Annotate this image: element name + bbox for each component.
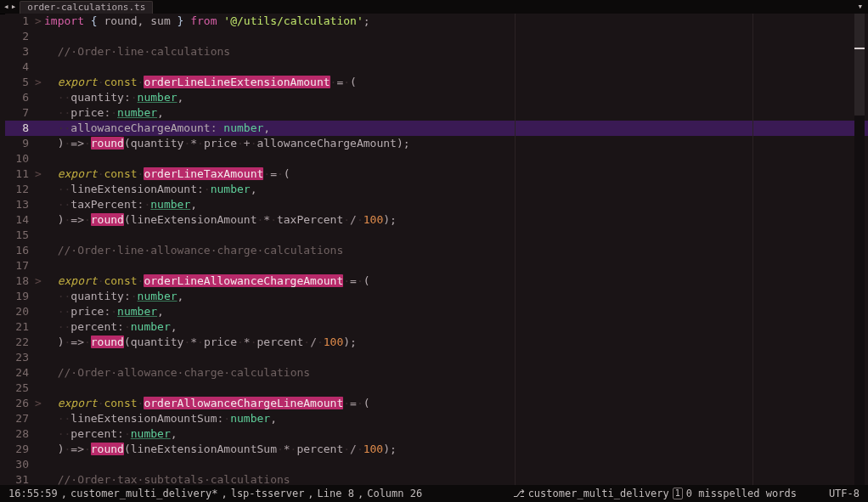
- nav-forward-icon[interactable]: ▸: [11, 1, 17, 13]
- line-number[interactable]: 10: [5, 151, 32, 166]
- line-number[interactable]: 16: [5, 243, 32, 258]
- line-number[interactable]: 19: [5, 289, 32, 304]
- line-number[interactable]: 13: [5, 197, 32, 212]
- status-lsp[interactable]: lsp-tsserver: [231, 486, 305, 501]
- line-number[interactable]: 15: [5, 228, 32, 243]
- line-content[interactable]: )·=>·round(lineExtensionAmountSum·*·perc…: [44, 442, 868, 457]
- line-content[interactable]: export·const·orderLineLineExtensionAmoun…: [44, 75, 868, 90]
- line-number[interactable]: 12: [5, 182, 32, 197]
- file-tab[interactable]: order-calculations.ts: [20, 1, 153, 14]
- line-content[interactable]: )·=>·round(lineExtensionAmount·*·taxPerc…: [44, 212, 868, 228]
- line-number[interactable]: 21: [5, 319, 32, 335]
- code-line[interactable]: 2: [5, 29, 868, 44]
- code-line[interactable]: 4: [5, 59, 868, 75]
- scrollbar-thumb[interactable]: [854, 14, 865, 116]
- code-line[interactable]: 31 //·Order·tax·subtotals·calculations: [5, 472, 868, 485]
- code-line[interactable]: 23: [5, 350, 868, 365]
- line-number[interactable]: 25: [5, 381, 32, 396]
- line-number[interactable]: 5: [5, 75, 32, 90]
- line-number[interactable]: 3: [5, 44, 32, 59]
- code-line[interactable]: 15: [5, 228, 868, 243]
- line-content[interactable]: ··price:·number,: [44, 105, 868, 121]
- code-line[interactable]: 14 )·=>·round(lineExtensionAmount·*·taxP…: [5, 212, 868, 228]
- code-area[interactable]: 1>import { round, sum } from '@/utils/ca…: [5, 14, 868, 485]
- spell-label[interactable]: 0 misspelled words: [686, 486, 797, 501]
- line-content[interactable]: )·=>·round(quantity·*·price·*·percent·/·…: [44, 335, 868, 350]
- line-number[interactable]: 6: [5, 90, 32, 105]
- code-line[interactable]: 8 ··allowanceChargeAmount:·number,: [5, 121, 868, 136]
- code-line[interactable]: 7 ··price:·number,: [5, 105, 868, 121]
- line-content[interactable]: ··allowanceChargeAmount:·number,: [44, 121, 868, 136]
- code-line[interactable]: 30: [5, 457, 868, 472]
- code-line[interactable]: 17: [5, 258, 868, 274]
- line-content[interactable]: ··quantity:·number,: [44, 90, 868, 105]
- scrollbar[interactable]: [854, 14, 865, 485]
- line-number[interactable]: 8: [5, 121, 32, 136]
- code-line[interactable]: 21 ··percent:·number,: [5, 319, 868, 335]
- line-number[interactable]: 22: [5, 335, 32, 350]
- line-content[interactable]: ··lineExtensionAmountSum:·number,: [44, 411, 868, 426]
- status-branch[interactable]: customer_multi_delivery: [528, 486, 669, 501]
- code-line[interactable]: 24 //·Order·allowance·charge·calculation…: [5, 365, 868, 381]
- line-content[interactable]: )·=>·round(quantity·*·price·+·allowanceC…: [44, 136, 868, 151]
- line-number[interactable]: 30: [5, 457, 32, 472]
- line-content[interactable]: //·Order·tax·subtotals·calculations: [44, 472, 868, 485]
- line-number[interactable]: 2: [5, 29, 32, 44]
- code-line[interactable]: 9 )·=>·round(quantity·*·price·+·allowanc…: [5, 136, 868, 151]
- line-number[interactable]: 17: [5, 258, 32, 274]
- status-encoding[interactable]: UTF-8: [829, 486, 860, 501]
- line-number[interactable]: 31: [5, 472, 32, 485]
- line-number[interactable]: 4: [5, 59, 32, 75]
- spell-count-badge[interactable]: 1: [673, 488, 683, 499]
- line-content[interactable]: ··percent:·number,: [44, 319, 868, 335]
- fold-marker[interactable]: >: [32, 274, 44, 289]
- fold-marker[interactable]: >: [32, 75, 44, 90]
- code-line[interactable]: 12 ··lineExtensionAmount:·number,: [5, 182, 868, 197]
- code-line[interactable]: 10: [5, 151, 868, 166]
- code-line[interactable]: 27 ··lineExtensionAmountSum:·number,: [5, 411, 868, 426]
- line-content[interactable]: ··quantity:·number,: [44, 289, 868, 304]
- line-number[interactable]: 11: [5, 166, 32, 182]
- line-content[interactable]: [44, 29, 868, 44]
- line-content[interactable]: [44, 381, 868, 396]
- code-line[interactable]: 13 ··taxPercent:·number,: [5, 197, 868, 212]
- line-content[interactable]: //·Order·line·allowance·charge·calculati…: [44, 243, 868, 258]
- status-branch-dirty[interactable]: customer_multi_delivery*: [70, 486, 217, 501]
- fold-marker[interactable]: >: [32, 166, 44, 182]
- line-number[interactable]: 27: [5, 411, 32, 426]
- code-line[interactable]: 1>import { round, sum } from '@/utils/ca…: [5, 14, 868, 29]
- line-content[interactable]: ··lineExtensionAmount:·number,: [44, 182, 868, 197]
- code-line[interactable]: 16 //·Order·line·allowance·charge·calcul…: [5, 243, 868, 258]
- line-content[interactable]: [44, 228, 868, 243]
- line-content[interactable]: ··price:·number,: [44, 304, 868, 319]
- line-content[interactable]: //·Order·allowance·charge·calculations: [44, 365, 868, 381]
- code-line[interactable]: 22 )·=>·round(quantity·*·price·*·percent…: [5, 335, 868, 350]
- code-line[interactable]: 5> export·const·orderLineLineExtensionAm…: [5, 75, 868, 90]
- code-line[interactable]: 11> export·const·orderLineTaxAmount·=·(: [5, 166, 868, 182]
- nav-back-icon[interactable]: ◂: [3, 1, 9, 13]
- line-content[interactable]: export·const·orderLineTaxAmount·=·(: [44, 166, 868, 182]
- line-number[interactable]: 29: [5, 442, 32, 457]
- code-line[interactable]: 25: [5, 381, 868, 396]
- menu-dropdown-icon[interactable]: ▾: [852, 1, 868, 13]
- code-line[interactable]: 6 ··quantity:·number,: [5, 90, 868, 105]
- line-content[interactable]: ··percent:·number,: [44, 426, 868, 442]
- line-content[interactable]: export·const·orderLineAllowanceChargeAmo…: [44, 274, 868, 289]
- line-content[interactable]: [44, 59, 868, 75]
- line-content[interactable]: [44, 457, 868, 472]
- line-content[interactable]: ··taxPercent:·number,: [44, 197, 868, 212]
- code-line[interactable]: 20 ··price:·number,: [5, 304, 868, 319]
- line-number[interactable]: 9: [5, 136, 32, 151]
- line-number[interactable]: 26: [5, 396, 32, 411]
- line-number[interactable]: 1: [5, 14, 32, 29]
- code-line[interactable]: 18> export·const·orderLineAllowanceCharg…: [5, 274, 868, 289]
- code-line[interactable]: 26> export·const·orderAllowanceChargeLin…: [5, 396, 868, 411]
- line-content[interactable]: [44, 151, 868, 166]
- code-line[interactable]: 29 )·=>·round(lineExtensionAmountSum·*·p…: [5, 442, 868, 457]
- code-line[interactable]: 3 //·Order·line·calculations: [5, 44, 868, 59]
- line-number[interactable]: 23: [5, 350, 32, 365]
- line-number[interactable]: 14: [5, 212, 32, 228]
- line-content[interactable]: [44, 258, 868, 274]
- line-content[interactable]: [44, 350, 868, 365]
- line-number[interactable]: 20: [5, 304, 32, 319]
